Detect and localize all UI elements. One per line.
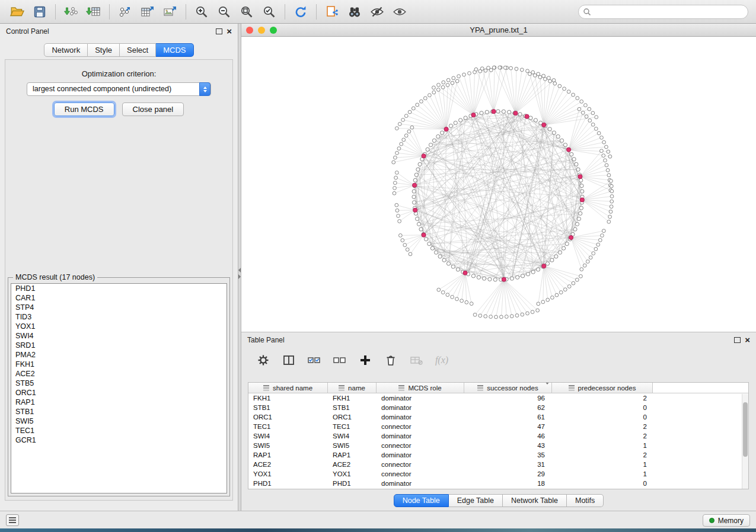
mcds-result-item[interactable]: TEC1	[11, 426, 227, 435]
task-history-button[interactable]	[6, 514, 19, 526]
table-cell: 96	[464, 393, 552, 403]
hide-selected-button[interactable]	[366, 3, 388, 21]
export-image-button[interactable]	[159, 3, 181, 21]
maximize-window-icon[interactable]	[270, 27, 277, 34]
run-mcds-button[interactable]: Run MCDS	[54, 102, 114, 116]
import-network-button[interactable]	[60, 3, 82, 21]
save-session-button[interactable]	[28, 3, 51, 21]
table-row[interactable]: TEC1TEC1connector472	[248, 422, 748, 431]
table-cell: dominator	[377, 479, 464, 488]
mcds-result-item[interactable]: SWI5	[11, 416, 227, 426]
import-table-disabled-button[interactable]	[409, 352, 424, 368]
table-row[interactable]: RAP1RAP1dominator352	[248, 450, 748, 460]
float-panel-icon[interactable]	[734, 337, 741, 343]
minimize-window-icon[interactable]	[258, 27, 265, 34]
table-cell: FKH1	[248, 393, 328, 403]
refresh-view-button[interactable]	[289, 3, 312, 21]
memory-button[interactable]: Memory	[703, 514, 750, 527]
close-panel-icon[interactable]: ×	[227, 28, 232, 35]
mcds-result-item[interactable]: SWI4	[11, 331, 227, 341]
tab-mcds[interactable]: MCDS	[156, 43, 193, 57]
column-header-name[interactable]: name	[328, 383, 377, 393]
column-menu-icon[interactable]	[545, 384, 550, 392]
table-row[interactable]: YOX1YOX1connector291	[248, 469, 748, 479]
mcds-result-item[interactable]: SRD1	[11, 341, 227, 350]
network-graph[interactable]	[241, 37, 756, 332]
export-network-icon	[117, 5, 133, 19]
table-cell: FKH1	[328, 393, 377, 403]
mcds-result-item[interactable]: GCR1	[11, 435, 227, 445]
function-builder-button[interactable]: f(x)	[434, 352, 449, 368]
toggle-columns-button[interactable]	[281, 352, 296, 368]
search-input[interactable]	[578, 5, 748, 19]
mcds-result-item[interactable]: STB1	[11, 407, 227, 416]
close-panel-icon[interactable]: ×	[745, 336, 750, 344]
table-cell: ORC1	[328, 412, 377, 422]
column-header-successor-nodes[interactable]: successor nodes	[464, 383, 552, 393]
close-panel-button[interactable]: Close panel	[122, 102, 184, 116]
mcds-result-item[interactable]: STB5	[11, 379, 227, 388]
deselect-all-button[interactable]	[332, 352, 347, 368]
tab-node-table[interactable]: Node Table	[394, 494, 449, 507]
table-row[interactable]: SWI5SWI5connector431	[248, 441, 748, 450]
select-all-button[interactable]	[307, 352, 322, 368]
mcds-result-item[interactable]: PHD1	[11, 284, 227, 293]
table-settings-button[interactable]	[256, 352, 271, 368]
table-row[interactable]: SWI4SWI4dominator462	[248, 431, 748, 441]
import-table-button[interactable]	[82, 3, 105, 21]
column-header-predecessor-nodes[interactable]: predecessor nodes	[552, 383, 653, 393]
delete-column-button[interactable]	[383, 352, 398, 368]
table-cell: TEC1	[328, 422, 377, 431]
mcds-result-item[interactable]: STP4	[11, 303, 227, 312]
table-row[interactable]: ACE2ACE2connector311	[248, 460, 748, 469]
mcds-result-item[interactable]: ACE2	[11, 369, 227, 379]
table-cell: TEC1	[248, 422, 328, 431]
export-table-button[interactable]	[136, 3, 159, 21]
divider-handle-icon[interactable]	[238, 268, 241, 279]
column-header-shared-name[interactable]: shared name	[248, 383, 328, 393]
table-row[interactable]: STB1STB1dominator620	[248, 403, 748, 412]
mcds-result-item[interactable]: ORC1	[11, 388, 227, 398]
table-cell: SWI4	[248, 431, 328, 441]
control-panel: Control Panel × Network Style Select MCD…	[0, 24, 238, 511]
table-row[interactable]: PHD1PHD1dominator180	[248, 479, 748, 488]
mcds-result-item[interactable]: CAR1	[11, 293, 227, 303]
criterion-dropdown[interactable]: largest connected component (undirected)	[27, 82, 211, 96]
table-row[interactable]: ORC1ORC1dominator610	[248, 412, 748, 422]
mcds-result-item[interactable]: YOX1	[11, 322, 227, 331]
trash-icon	[384, 354, 397, 367]
zoom-out-button[interactable]	[213, 3, 235, 21]
tab-network[interactable]: Network	[44, 43, 88, 57]
tab-select[interactable]: Select	[120, 43, 156, 57]
show-all-button[interactable]	[388, 3, 411, 21]
zoom-fit-button[interactable]	[235, 3, 258, 21]
scrollbar-thumb[interactable]	[743, 402, 748, 457]
new-column-button[interactable]	[358, 352, 373, 368]
table-scrollbar[interactable]	[742, 394, 748, 489]
mcds-result-item[interactable]: PMA2	[11, 350, 227, 360]
tab-edge-table[interactable]: Edge Table	[449, 494, 503, 507]
find-button[interactable]	[343, 3, 366, 21]
open-file-button[interactable]	[6, 3, 28, 21]
table-cell: RAP1	[328, 450, 377, 460]
float-panel-icon[interactable]	[216, 28, 222, 34]
mcds-result-item[interactable]: FKH1	[11, 360, 227, 369]
table-cell: RAP1	[248, 450, 328, 460]
dropdown-stepper-icon	[199, 82, 210, 96]
column-header-mcds-role[interactable]: MCDS role	[377, 383, 464, 393]
network-canvas[interactable]	[241, 37, 756, 332]
table-cell: 47	[464, 422, 552, 431]
mcds-result-item[interactable]: RAP1	[11, 398, 227, 407]
export-network-button[interactable]	[114, 3, 136, 21]
table-row[interactable]: FKH1FKH1dominator962	[248, 393, 748, 403]
duplicate-network-button[interactable]	[321, 3, 343, 21]
tab-motifs[interactable]: Motifs	[567, 494, 604, 507]
mcds-result-list[interactable]: PHD1CAR1STP4TID3YOX1SWI4SRD1PMA2FKH1ACE2…	[11, 283, 227, 493]
zoom-in-button[interactable]	[190, 3, 213, 21]
close-window-icon[interactable]	[246, 27, 253, 34]
tab-network-table[interactable]: Network Table	[503, 494, 567, 507]
tab-style[interactable]: Style	[88, 43, 120, 57]
zoom-selected-button[interactable]	[258, 3, 280, 21]
table-cell: ACE2	[328, 460, 377, 469]
mcds-result-item[interactable]: TID3	[11, 312, 227, 322]
